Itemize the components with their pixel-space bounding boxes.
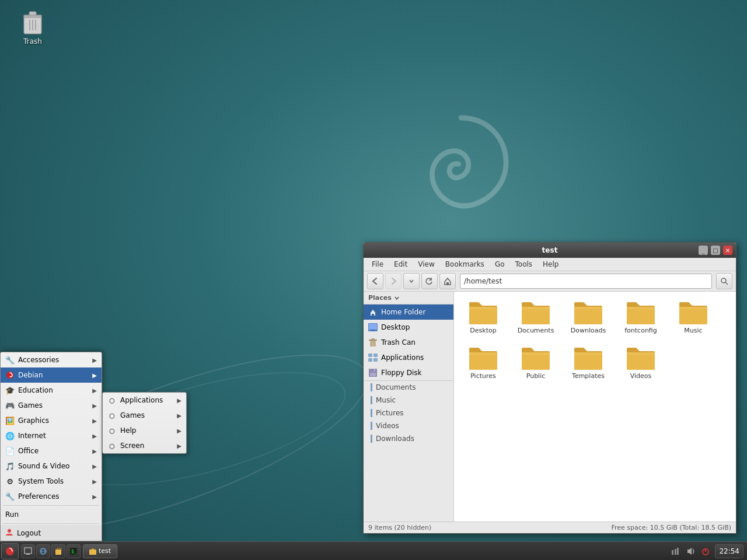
taskbar-terminal-button[interactable]: $_ <box>67 544 81 558</box>
sidebar-item-trash[interactable]: Trash Can <box>364 335 453 350</box>
folder-templates[interactable]: Templates <box>565 343 612 383</box>
desktop-trash-icon[interactable]: Trash <box>16 6 49 48</box>
bookmark-music[interactable]: Music <box>364 394 453 407</box>
fm-menu-bookmarks[interactable]: Bookmarks <box>441 259 489 270</box>
fm-menubar: File Edit View Bookmarks Go Tools Help <box>364 258 736 271</box>
fm-search-button[interactable] <box>716 273 732 289</box>
folder-desktop[interactable]: Desktop <box>460 298 507 337</box>
applications-icon <box>368 353 378 362</box>
sidebar-item-applications[interactable]: Applications <box>364 350 453 365</box>
fm-menu-go[interactable]: Go <box>490 259 509 270</box>
debian-submenu-item-help[interactable]: ○ Help ▶ <box>103 423 186 438</box>
fm-menu-view[interactable]: View <box>413 259 439 270</box>
fm-status-items: 9 items (20 hidden) <box>368 524 431 531</box>
fm-forward-button[interactable] <box>385 273 402 289</box>
taskbar-browser-button[interactable] <box>36 544 50 558</box>
bookmark-videos[interactable]: Videos <box>364 419 453 432</box>
menu-item-graphics[interactable]: 🖼️ Graphics ▶ <box>1 413 102 428</box>
fm-menu-edit[interactable]: Edit <box>389 259 412 270</box>
bookmark-pictures[interactable]: Pictures <box>364 407 453 419</box>
menu-item-education[interactable]: 🎓 Education ▶ <box>1 383 102 398</box>
menu-item-preferences[interactable]: 🔧 Preferences ▶ <box>1 489 102 504</box>
svg-point-7 <box>721 278 726 283</box>
help-sub-arrow: ▶ <box>177 428 181 434</box>
trash-can-icon <box>368 338 378 347</box>
start-button[interactable] <box>1 543 19 559</box>
graphics-arrow: ▶ <box>92 418 97 424</box>
folder-fontconfig[interactable]: fontconfig <box>617 298 664 337</box>
menu-item-games[interactable]: 🎮 Games ▶ <box>1 398 102 413</box>
fm-menu-file[interactable]: File <box>367 259 388 270</box>
menu-item-system-tools[interactable]: ⚙️ System Tools ▶ <box>1 474 102 489</box>
menu-education-label: Education <box>18 386 89 394</box>
preferences-menu-icon: 🔧 <box>5 492 15 501</box>
fm-maximize-button[interactable]: □ <box>711 246 720 255</box>
menu-item-office[interactable]: 📄 Office ▶ <box>1 443 102 459</box>
menu-logout-item[interactable]: Logout <box>1 525 102 541</box>
folder-icon-fontconfig <box>627 300 655 324</box>
fm-title-text: test <box>402 246 697 254</box>
bookmark-videos-label: Videos <box>376 422 399 430</box>
svg-rect-13 <box>371 330 375 331</box>
menu-run-item[interactable]: Run <box>1 507 102 522</box>
folder-label-music: Music <box>684 327 702 335</box>
svg-text:$_: $_ <box>71 549 77 554</box>
fm-main-view: Desktop Documents Downloads <box>454 292 736 522</box>
fm-home-button[interactable] <box>439 273 456 289</box>
file-manager-window: test _ □ ✕ File Edit View Bookmarks Go T… <box>363 242 736 534</box>
debian-arrow: ▶ <box>92 372 97 379</box>
shutdown-tray-icon[interactable] <box>700 545 711 557</box>
trash-icon <box>19 8 47 36</box>
menu-item-internet[interactable]: 🌐 Internet ▶ <box>1 428 102 443</box>
folder-label-pictures: Pictures <box>470 372 496 380</box>
sidebar-floppy-label: Floppy Disk <box>381 369 422 377</box>
folder-public[interactable]: Public <box>512 343 559 383</box>
games-menu-icon: 🎮 <box>5 401 15 410</box>
taskbar-files-button[interactable] <box>51 544 65 558</box>
fm-location-bar[interactable]: /home/test <box>460 274 712 289</box>
fm-menu-tools[interactable]: Tools <box>511 259 537 270</box>
svg-rect-17 <box>368 354 372 357</box>
taskbar: $_ test 22:54 <box>0 541 747 560</box>
debian-submenu-item-screen[interactable]: ○ Screen ▶ <box>103 438 186 453</box>
desktop-trash-label: Trash <box>23 37 42 46</box>
menu-item-debian[interactable]: Debian ▶ <box>1 368 102 383</box>
applications-sub-arrow: ▶ <box>177 397 181 404</box>
folder-videos[interactable]: Videos <box>617 343 664 383</box>
menu-run-label: Run <box>5 510 19 519</box>
fm-menu-help[interactable]: Help <box>538 259 563 270</box>
games-arrow: ▶ <box>92 402 97 409</box>
menu-item-accessories[interactable]: 🔧 Accessories ▶ <box>1 352 102 368</box>
fm-refresh-button[interactable] <box>421 273 438 289</box>
folder-documents[interactable]: Documents <box>512 298 559 337</box>
taskbar-quick-launch: $_ <box>21 544 81 558</box>
folder-label-fontconfig: fontconfig <box>624 327 657 335</box>
svg-rect-24 <box>370 373 376 376</box>
network-tray-icon[interactable] <box>669 545 681 557</box>
folder-music[interactable]: Music <box>670 298 717 337</box>
places-dropdown-icon <box>394 295 400 301</box>
fm-dropdown-button[interactable] <box>403 273 420 289</box>
taskbar-show-desktop-button[interactable] <box>21 544 35 558</box>
bookmark-bar <box>371 435 372 443</box>
folder-downloads[interactable]: Downloads <box>565 298 612 337</box>
debian-submenu-item-applications[interactable]: ○ Applications ▶ <box>103 393 186 408</box>
fm-status-space: Free space: 10.5 GiB (Total: 18.5 GiB) <box>611 524 731 531</box>
fm-close-button[interactable]: ✕ <box>723 246 732 255</box>
bookmark-downloads-label: Downloads <box>376 435 414 443</box>
menu-item-sound-video[interactable]: 🎵 Sound & Video ▶ <box>1 459 102 474</box>
fm-minimize-button[interactable]: _ <box>699 246 708 255</box>
svg-rect-37 <box>672 550 673 555</box>
folder-pictures[interactable]: Pictures <box>460 343 507 383</box>
sidebar-item-desktop[interactable]: Desktop <box>364 320 453 335</box>
menu-office-label: Office <box>18 447 89 455</box>
bookmark-documents[interactable]: Documents <box>364 381 453 394</box>
folder-label-desktop: Desktop <box>470 327 496 335</box>
sidebar-item-home[interactable]: Home Folder <box>364 304 453 320</box>
debian-submenu-item-games[interactable]: ○ Games ▶ <box>103 408 186 423</box>
bookmark-downloads[interactable]: Downloads <box>364 432 453 445</box>
volume-tray-icon[interactable] <box>685 545 696 557</box>
taskbar-window-test[interactable]: test <box>83 544 117 558</box>
fm-back-button[interactable] <box>367 273 383 289</box>
sidebar-item-floppy[interactable]: Floppy Disk <box>364 365 453 380</box>
